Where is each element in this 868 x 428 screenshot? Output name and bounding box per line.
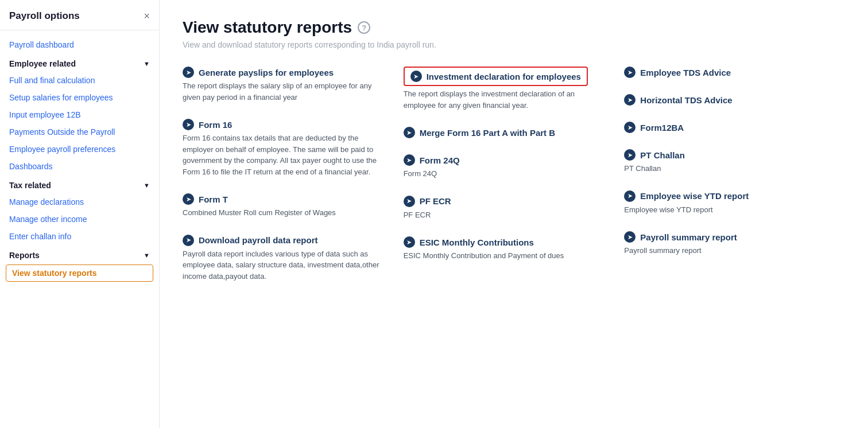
arrow-icon-esic: ➤	[404, 236, 415, 248]
arrow-icon-form12ba: ➤	[624, 122, 636, 133]
sidebar-section-tax[interactable]: Tax related ▼	[0, 175, 159, 193]
report-desc-payroll-summary: Payroll summary report	[624, 245, 828, 256]
chevron-down-icon-reports: ▼	[144, 252, 150, 259]
report-link-row-generate-payslips: ➤ Generate payslips for employees	[183, 67, 386, 78]
sidebar-section-employee-label: Employee related	[9, 59, 76, 68]
report-desc-form16: Form 16 contains tax details that are de…	[183, 133, 386, 177]
report-link-row-employee-ytd: ➤ Employee wise YTD report	[624, 190, 828, 202]
sidebar-item-dashboard[interactable]: Payroll dashboard	[0, 36, 159, 53]
arrow-icon-employee-tds: ➤	[624, 67, 636, 78]
help-icon[interactable]: ?	[358, 21, 370, 34]
sidebar: Payroll options × Payroll dashboard Empl…	[0, 0, 160, 428]
sidebar-item-enter-challan[interactable]: Enter challan info	[0, 228, 159, 245]
sidebar-section-tax-label: Tax related	[9, 181, 51, 190]
page-title: View statutory reports	[183, 18, 352, 37]
report-link-row-form24q: ➤ Form 24Q	[404, 154, 607, 166]
page-title-row: View statutory reports ?	[183, 18, 845, 37]
report-item-employee-ytd: ➤ Employee wise YTD report Employee wise…	[624, 190, 828, 216]
report-link-form16[interactable]: Form 16	[199, 120, 232, 130]
report-col-2: ➤ Investment declaration for employees T…	[404, 67, 625, 298]
report-item-pf-ecr: ➤ PF ECR PF ECR	[404, 196, 607, 221]
arrow-icon-form16: ➤	[183, 119, 194, 130]
report-item-download-payroll: ➤ Download payroll data report Payroll d…	[183, 235, 386, 282]
arrow-icon-horizontal-tds: ➤	[624, 94, 636, 106]
report-item-esic: ➤ ESIC Monthly Contributions ESIC Monthl…	[404, 236, 607, 262]
report-link-row-pf-ecr: ➤ PF ECR	[404, 196, 607, 207]
chevron-down-icon: ▼	[144, 60, 150, 67]
report-item-payroll-summary: ➤ Payroll summary report Payroll summary…	[624, 231, 828, 256]
sidebar-item-setup-salaries[interactable]: Setup salaries for employees	[0, 89, 159, 106]
report-item-form16: ➤ Form 16 Form 16 contains tax details t…	[183, 119, 386, 177]
report-item-investment-declaration: ➤ Investment declaration for employees T…	[404, 67, 607, 111]
sidebar-header: Payroll options ×	[0, 0, 159, 30]
report-desc-generate-payslips: The report displays the salary slip of a…	[183, 80, 386, 103]
report-link-payroll-summary[interactable]: Payroll summary report	[640, 232, 737, 242]
report-link-investment-declaration[interactable]: Investment declaration for employees	[427, 72, 581, 81]
report-link-row-employee-tds: ➤ Employee TDS Advice	[624, 67, 828, 78]
report-item-merge-form16: ➤ Merge Form 16 Part A with Part B	[404, 127, 607, 138]
sidebar-section-reports-label: Reports	[9, 251, 40, 260]
report-link-row-pt-challan: ➤ PT Challan	[624, 149, 828, 161]
sidebar-item-manage-declarations[interactable]: Manage declarations	[0, 193, 159, 211]
arrow-icon-payroll-summary: ➤	[624, 231, 636, 243]
sidebar-section-reports[interactable]: Reports ▼	[0, 245, 159, 263]
arrow-icon-pt-challan: ➤	[624, 149, 636, 161]
report-link-form12ba[interactable]: Form12BA	[640, 123, 684, 133]
report-link-row-esic: ➤ ESIC Monthly Contributions	[404, 236, 607, 248]
report-link-row-merge-form16: ➤ Merge Form 16 Part A with Part B	[404, 127, 607, 138]
report-desc-esic: ESIC Monthly Contribution and Payment of…	[404, 250, 607, 262]
report-item-formt: ➤ Form T Combined Muster Roll cum Regist…	[183, 193, 386, 219]
sidebar-item-view-statutory[interactable]: View statutory reports	[6, 264, 153, 282]
sidebar-item-dashboards[interactable]: Dashboards	[0, 158, 159, 175]
close-icon[interactable]: ×	[144, 11, 150, 21]
page-subtitle: View and download statutory reports corr…	[183, 40, 845, 49]
report-col-3: ➤ Employee TDS Advice ➤ Horizontal TDS A…	[624, 67, 845, 298]
arrow-icon-pf-ecr: ➤	[404, 196, 415, 207]
report-link-merge-form16[interactable]: Merge Form 16 Part A with Part B	[420, 128, 555, 138]
report-desc-pt-challan: PT Challan	[624, 163, 828, 174]
arrow-icon-merge-form16: ➤	[404, 127, 415, 138]
report-desc-download-payroll: Payroll data report includes various typ…	[183, 248, 386, 282]
report-link-employee-tds[interactable]: Employee TDS Advice	[640, 68, 731, 77]
report-link-generate-payslips[interactable]: Generate payslips for employees	[199, 68, 334, 77]
report-link-row-form16: ➤ Form 16	[183, 119, 386, 130]
report-desc-investment-declaration: The report displays the investment decla…	[404, 88, 607, 111]
arrow-icon-form24q: ➤	[404, 154, 415, 166]
report-link-form24q[interactable]: Form 24Q	[420, 155, 460, 165]
sidebar-item-input-12b[interactable]: Input employee 12B	[0, 106, 159, 123]
report-item-employee-tds: ➤ Employee TDS Advice	[624, 67, 828, 78]
report-link-row-horizontal-tds: ➤ Horizontal TDS Advice	[624, 94, 828, 106]
report-link-esic[interactable]: ESIC Monthly Contributions	[420, 238, 534, 247]
main-content: View statutory reports ? View and downlo…	[160, 0, 868, 428]
report-link-row-form12ba: ➤ Form12BA	[624, 122, 828, 133]
report-link-download-payroll[interactable]: Download payroll data report	[199, 235, 318, 245]
sidebar-title: Payroll options	[9, 10, 80, 22]
report-link-pf-ecr[interactable]: PF ECR	[420, 196, 451, 206]
arrow-icon-employee-ytd: ➤	[624, 190, 636, 202]
sidebar-section-employee[interactable]: Employee related ▼	[0, 53, 159, 72]
report-item-pt-challan: ➤ PT Challan PT Challan	[624, 149, 828, 174]
report-link-horizontal-tds[interactable]: Horizontal TDS Advice	[640, 95, 732, 105]
report-item-form12ba: ➤ Form12BA	[624, 122, 828, 133]
chevron-down-icon-tax: ▼	[144, 182, 150, 189]
report-desc-formt: Combined Muster Roll cum Register of Wag…	[183, 207, 386, 219]
sidebar-item-full-final[interactable]: Full and final calculation	[0, 72, 159, 89]
report-item-form24q: ➤ Form 24Q Form 24Q	[404, 154, 607, 180]
report-link-row-formt: ➤ Form T	[183, 193, 386, 205]
arrow-icon-generate-payslips: ➤	[183, 67, 194, 78]
report-desc-form24q: Form 24Q	[404, 168, 607, 180]
sidebar-nav: Payroll dashboard Employee related ▼ Ful…	[0, 30, 159, 289]
report-link-formt[interactable]: Form T	[199, 194, 228, 204]
sidebar-item-manage-income[interactable]: Manage other income	[0, 211, 159, 228]
report-link-pt-challan[interactable]: PT Challan	[640, 150, 685, 160]
report-col-1: ➤ Generate payslips for employees The re…	[183, 67, 404, 298]
arrow-icon-formt: ➤	[183, 193, 194, 205]
report-item-generate-payslips: ➤ Generate payslips for employees The re…	[183, 67, 386, 103]
arrow-icon-download-payroll: ➤	[183, 235, 194, 246]
report-item-horizontal-tds: ➤ Horizontal TDS Advice	[624, 94, 828, 106]
sidebar-item-payroll-preferences[interactable]: Employee payroll preferences	[0, 141, 159, 158]
sidebar-item-payments-outside[interactable]: Payments Outside the Payroll	[0, 123, 159, 141]
report-link-employee-ytd[interactable]: Employee wise YTD report	[640, 191, 749, 201]
report-link-row-payroll-summary: ➤ Payroll summary report	[624, 231, 828, 243]
reports-grid: ➤ Generate payslips for employees The re…	[183, 67, 845, 298]
